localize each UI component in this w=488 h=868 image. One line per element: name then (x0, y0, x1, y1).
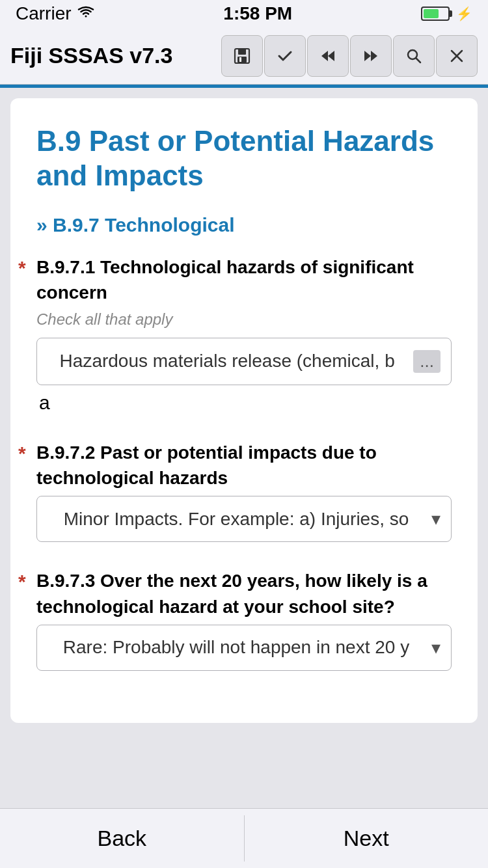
check-button[interactable] (264, 35, 306, 77)
svg-rect-3 (239, 57, 241, 62)
question-label-1: * B.9.7.1 Technological hazards of signi… (36, 254, 452, 305)
hazards-selected-text: Hazardous materials release (chemical, b (47, 351, 407, 372)
required-star-2: * (18, 440, 26, 467)
nav-buttons (221, 35, 478, 77)
question-block-2: * B.9.7.2 Past or potential impacts due … (36, 440, 452, 542)
svg-rect-2 (237, 57, 247, 62)
hazards-multiselect[interactable]: Hazardous materials release (chemical, b… (36, 338, 452, 385)
bottom-bar: Back Next (0, 808, 488, 868)
subsection-label: » B.9.7 Technological (36, 214, 452, 236)
chevron-down-icon-1: ▾ (431, 508, 441, 530)
hazards-summary: a (36, 392, 452, 414)
question-hint-1: Check all that apply (36, 310, 452, 329)
back-button[interactable]: Back (0, 809, 244, 868)
multiselect-dots-icon: ... (413, 350, 441, 373)
impacts-dropdown[interactable]: Minor Impacts. For example: a) Injuries,… (36, 496, 452, 542)
svg-line-9 (416, 58, 421, 62)
wifi-icon (77, 5, 95, 23)
status-time: 1:58 PM (223, 3, 292, 24)
question-label-2: * B.9.7.2 Past or potential impacts due … (36, 440, 452, 491)
search-button[interactable] (393, 35, 435, 77)
carrier-text: Carrier (16, 3, 95, 24)
save-button[interactable] (221, 35, 263, 77)
charging-icon: ⚡ (456, 6, 472, 21)
forward-button[interactable] (350, 35, 392, 77)
status-bar: Carrier 1:58 PM ⚡ (0, 0, 488, 27)
required-star-1: * (18, 254, 26, 282)
close-button[interactable] (436, 35, 478, 77)
svg-marker-4 (321, 51, 328, 61)
app-title: Fiji SSSAS v7.3 (10, 43, 221, 68)
svg-marker-7 (371, 51, 377, 61)
question-label-3: * B.9.7.3 Over the next 20 years, how li… (36, 568, 452, 619)
chevron-down-icon-2: ▾ (431, 637, 441, 658)
svg-rect-1 (238, 49, 246, 55)
main-content: B.9 Past or Potential Hazards and Impact… (0, 88, 488, 808)
battery-icon (421, 7, 450, 21)
question-block-3: * B.9.7.3 Over the next 20 years, how li… (36, 568, 452, 670)
question-block-1: * B.9.7.1 Technological hazards of signi… (36, 254, 452, 414)
section-title: B.9 Past or Potential Hazards and Impact… (36, 124, 452, 193)
svg-marker-6 (364, 51, 371, 61)
impacts-selected-text: Minor Impacts. For example: a) Injuries,… (47, 509, 425, 530)
required-star-3: * (18, 568, 26, 595)
form-card: B.9 Past or Potential Hazards and Impact… (10, 98, 478, 723)
next-button[interactable]: Next (245, 809, 489, 868)
carrier-label: Carrier (16, 3, 72, 24)
likelihood-selected-text: Rare: Probably will not happen in next 2… (47, 637, 425, 658)
nav-bar: Fiji SSSAS v7.3 (0, 27, 488, 85)
svg-marker-5 (328, 51, 334, 61)
rewind-button[interactable] (307, 35, 349, 77)
battery-indicator: ⚡ (421, 6, 472, 21)
likelihood-dropdown[interactable]: Rare: Probably will not happen in next 2… (36, 625, 452, 671)
